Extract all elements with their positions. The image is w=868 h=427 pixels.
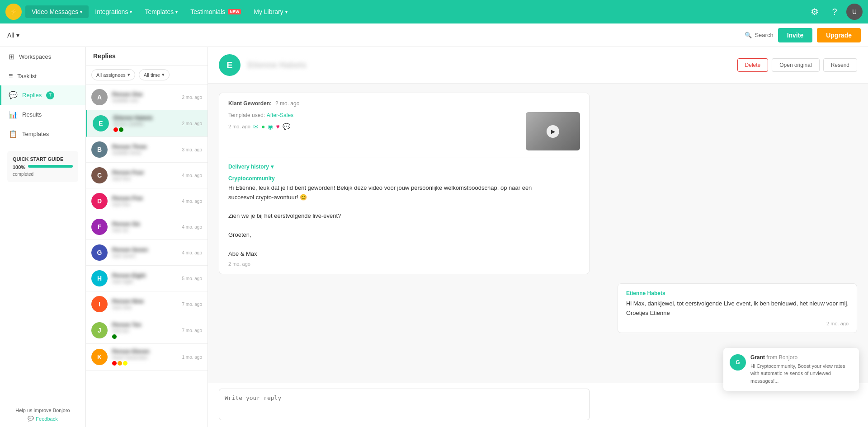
reply-bubble: Etienne Habets Hi Max, dankjewel, tot ee… <box>618 283 857 333</box>
reply-time-2: 3 mo. ago <box>182 147 202 152</box>
sidebar-item-templates[interactable]: 📋 Templates <box>0 124 85 144</box>
sidebar-templates-label: Templates <box>22 131 49 137</box>
reply-info-5: Person Six Sub six <box>112 221 178 233</box>
reply-sub-7: Sub eight <box>112 279 178 284</box>
replies-icon: 💬 <box>9 91 18 99</box>
message-time: 2 mo. ago <box>275 100 299 107</box>
reply-avatar-2: B <box>91 141 108 158</box>
reply-avatar-4: D <box>91 193 108 209</box>
message-meta: Klant Geworden: 2 mo. ago <box>228 100 580 107</box>
nav-my-library[interactable]: My Library ▾ <box>247 5 293 18</box>
reply-list-item[interactable]: G Person Seven Sub seven 4 mo. ago <box>86 240 208 266</box>
settings-button[interactable]: ⚙ <box>807 4 823 20</box>
reply-list-item[interactable]: C Person Four Sub four 4 mo. ago <box>86 163 208 188</box>
upgrade-button[interactable]: Upgrade <box>817 28 861 42</box>
nav-video-messages[interactable]: Video Messages ▾ <box>25 5 89 18</box>
resend-button[interactable]: Resend <box>823 58 857 72</box>
contact-avatar: E <box>219 54 241 76</box>
icon-dot <box>112 361 117 366</box>
feedback-label: Feedback <box>36 416 57 422</box>
sidebar-item-tasklist[interactable]: ≡ Tasklist <box>0 66 85 85</box>
reply-name-6: Person Seven <box>112 247 178 253</box>
logo[interactable]: ⚡ <box>5 4 22 20</box>
nav-templates[interactable]: Templates ▾ <box>138 5 184 18</box>
reply-list-item[interactable]: I Person Nine Sub nine 7 mo. ago <box>86 291 208 317</box>
reply-sub-4: Sub five <box>112 202 178 207</box>
thread-area: Klant Geworden: 2 mo. ago Template used:… <box>208 84 868 383</box>
msg-line-4: Abe & Max <box>228 249 545 259</box>
reply-avatar-7: H <box>91 270 108 286</box>
notif-sender: Grant <box>750 354 765 361</box>
template-link[interactable]: After-Sales <box>267 112 293 118</box>
delete-button[interactable]: Delete <box>737 58 769 72</box>
message-body-text: Hi Etienne, leuk dat je lid bent geworde… <box>228 183 545 258</box>
reply-avatar-circle: C <box>91 167 108 183</box>
video-thumbnail[interactable]: ▶ <box>526 112 580 150</box>
reply-time-8: 7 mo. ago <box>182 302 202 307</box>
sidebar-item-workspaces[interactable]: ⊞ Workspaces <box>0 47 85 66</box>
reply-avatar-9: J <box>91 322 108 338</box>
replies-panel-title: Replies <box>93 52 116 60</box>
reply-list-item[interactable]: B Person Three Subtitle three 3 mo. ago <box>86 137 208 163</box>
user-avatar[interactable]: U <box>846 4 863 20</box>
feedback-button[interactable]: 💬 Feedback <box>28 416 57 422</box>
search-area[interactable]: 🔍 Search <box>745 32 773 38</box>
reply-name-10: Person Eleven <box>112 348 178 355</box>
delivery-history-toggle[interactable]: Delivery history ▾ <box>228 164 580 170</box>
email-icon: ◉ <box>268 123 273 130</box>
time-filter[interactable]: All time ▾ <box>139 69 170 80</box>
nav-video-messages-label: Video Messages <box>32 8 78 15</box>
assignees-filter[interactable]: All assignees ▾ <box>91 69 135 80</box>
notif-avatar: G <box>730 354 746 371</box>
reply-list-item[interactable]: K Person Eleven Klant Geworden 1 mo. ago <box>86 344 208 371</box>
icon-dot <box>119 127 123 132</box>
reply-list-item[interactable]: D Person Five Sub five 4 mo. ago <box>86 188 208 214</box>
template-used-row: Template used: After-Sales <box>228 112 519 118</box>
reply-list-item[interactable]: E Etienne Habets Some subtitle 2 mo. ago <box>86 110 208 137</box>
reply-list-item[interactable]: H Person Eight Sub eight 5 mo. ago <box>86 266 208 291</box>
workspaces-icon: ⊞ <box>9 52 14 61</box>
nav-integrations[interactable]: Integrations ▾ <box>89 5 138 18</box>
invite-button[interactable]: Invite <box>778 28 813 42</box>
reply-bubble-text: Hi Max, dankjewel, tot eerstvolgende Liv… <box>626 299 849 318</box>
help-button[interactable]: ? <box>826 4 843 20</box>
top-navigation: ⚡ Video Messages ▾ Integrations ▾ Templa… <box>0 0 868 23</box>
msg-line-1: Hi Etienne, leuk dat je lid bent geworde… <box>228 183 545 202</box>
message-type-label: Klant Geworden: <box>228 100 272 107</box>
delivery-time: 2 mo. ago <box>228 124 250 129</box>
reply-list-item[interactable]: A Person One Subtitle one 2 mo. ago <box>86 84 208 110</box>
feedback-icon: 💬 <box>28 416 34 422</box>
sidebar-item-replies[interactable]: 💬 Replies 7 <box>0 85 85 105</box>
reply-time-9: 7 mo. ago <box>182 328 202 333</box>
reply-avatar-0: A <box>91 89 108 105</box>
quick-start-title: QUICK START GUIDE <box>13 156 73 162</box>
play-button[interactable]: ▶ <box>547 125 559 138</box>
all-dropdown[interactable]: All ▾ <box>7 32 19 39</box>
logo-text: ⚡ <box>9 8 18 16</box>
sidebar-item-results[interactable]: 📊 Results <box>0 105 85 124</box>
nav-testimonials[interactable]: Testimonials NEW <box>184 5 247 18</box>
reply-name-0: Person One <box>112 91 178 98</box>
whatsapp-icon: ● <box>261 123 265 130</box>
progress-label: completed <box>13 172 73 177</box>
reply-list-item[interactable]: J Person Ten Sub ten 7 mo. ago <box>86 317 208 344</box>
reply-avatar-10: K <box>91 349 108 365</box>
reply-name-7: Person Eight <box>112 272 178 279</box>
reply-name-5: Person Six <box>112 221 178 227</box>
nav-templates-chevron: ▾ <box>175 9 178 14</box>
reply-input[interactable] <box>219 389 590 420</box>
replies-badge: 7 <box>46 91 54 99</box>
nav-video-messages-chevron: ▾ <box>80 9 82 14</box>
reply-list-item[interactable]: F Person Six Sub six 4 mo. ago <box>86 214 208 240</box>
reply-info-2: Person Three Subtitle three <box>112 144 178 155</box>
progress-bar <box>28 165 73 168</box>
delivery-history: Delivery history ▾ Cryptocommunity Hi Et… <box>228 158 580 267</box>
reply-name-9: Person Ten <box>112 322 178 328</box>
notif-content: Grant from Bonjoro Hi Cryptocommunity, B… <box>750 354 853 385</box>
reply-sub-10: Klant Geworden <box>112 355 178 360</box>
open-original-button[interactable]: Open original <box>772 58 819 72</box>
nav-integrations-label: Integrations <box>95 8 128 15</box>
reply-sub-3: Sub four <box>112 176 178 181</box>
left-sidebar: ⊞ Workspaces ≡ Tasklist 💬 Replies 7 📊 Re… <box>0 47 86 427</box>
nav-my-library-label: My Library <box>254 8 283 15</box>
